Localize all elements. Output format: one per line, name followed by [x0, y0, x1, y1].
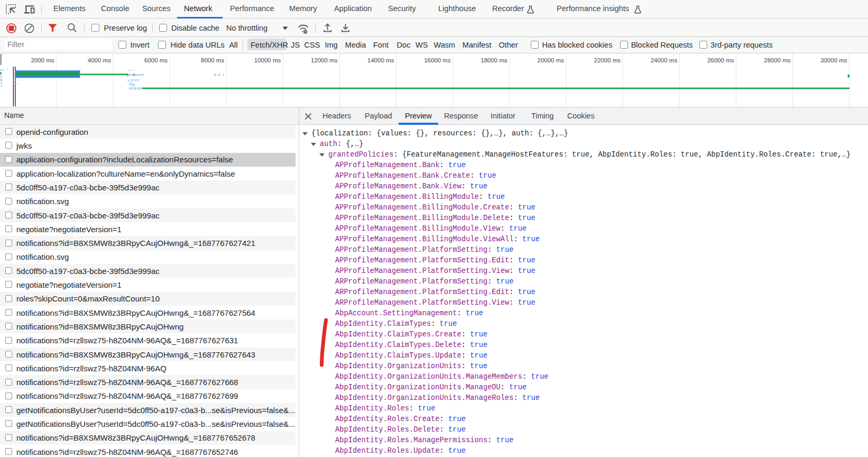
svg-text:2000 ms: 2000 ms [31, 57, 54, 63]
svg-text:18000 ms: 18000 ms [481, 57, 507, 63]
svg-text:26000 ms: 26000 ms [707, 57, 734, 63]
svg-text:28000 ms: 28000 ms [764, 57, 791, 63]
svg-text:10000 ms: 10000 ms [254, 57, 281, 63]
svg-text:24000 ms: 24000 ms [651, 57, 678, 63]
svg-text:16000 ms: 16000 ms [424, 57, 451, 63]
svg-text:22000 ms: 22000 ms [594, 57, 621, 63]
svg-text:12000 ms: 12000 ms [311, 57, 338, 63]
svg-text:4000 ms: 4000 ms [88, 57, 111, 63]
svg-text:6000 ms: 6000 ms [144, 57, 168, 63]
svg-text:30000 ms: 30000 ms [820, 57, 847, 63]
svg-text:8000 ms: 8000 ms [201, 57, 224, 63]
svg-text:14000 ms: 14000 ms [367, 57, 394, 63]
svg-text:20000 ms: 20000 ms [537, 57, 564, 63]
